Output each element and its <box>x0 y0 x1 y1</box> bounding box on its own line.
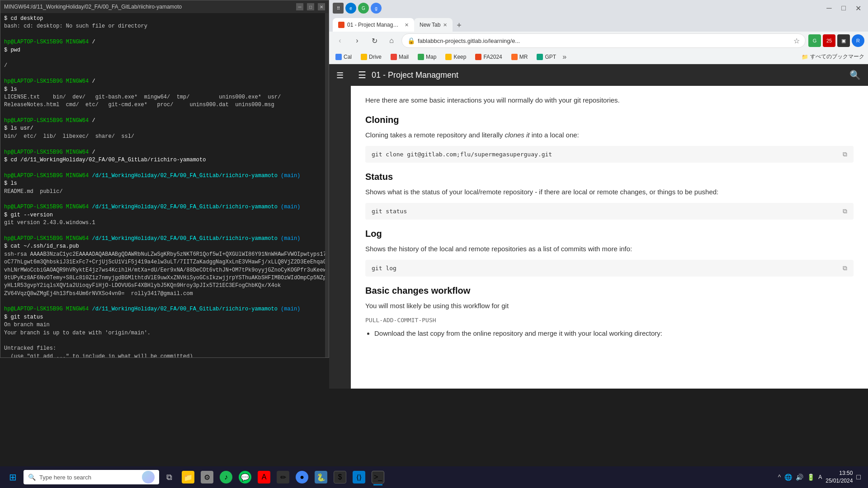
taskbar-acrobat[interactable]: A <box>255 468 273 486</box>
chrome-taskbar-icon: ● <box>296 471 308 483</box>
bookmark-fa-label: FA2024 <box>483 54 502 60</box>
tray-time-text: 13:50 <box>826 469 853 477</box>
bookmark-keep[interactable]: Keep <box>443 53 469 61</box>
reload-button[interactable]: ↻ <box>367 33 382 48</box>
tab-bar: 01 - Project Managment ✕ New Tab ✕ + <box>329 16 868 32</box>
terminal-scrollbar[interactable] <box>325 13 329 357</box>
home-button[interactable]: ⌂ <box>384 33 399 48</box>
tray-caret-icon[interactable]: ^ <box>778 474 781 481</box>
bookmark-mail[interactable]: Mail <box>388 53 411 61</box>
taskbar-search-box[interactable]: 🔍 Type here to search <box>24 470 159 484</box>
menu-icon[interactable]: ☰ <box>358 70 366 80</box>
cloning-code: git clone git@gitlab.com;flu/supermegasu… <box>372 151 552 158</box>
bookmark-mr-label: MR <box>519 54 528 60</box>
chrome-icon[interactable]: G <box>358 3 369 14</box>
bookmark-fa2024[interactable]: FA2024 <box>472 53 505 61</box>
tab-active[interactable]: 01 - Project Managment ✕ <box>333 18 414 32</box>
workflow-list: Download the last copy from the online r… <box>365 327 854 339</box>
bookmark-map-label: Map <box>426 54 436 60</box>
browser-close[interactable]: ✕ <box>852 2 864 14</box>
terminal-titlebar: MINGW64:/d/11_WorkingHoliday/02_FA/00_FA… <box>0 0 329 13</box>
bookmark-drive[interactable]: Drive <box>358 53 384 61</box>
acrobat-icon: A <box>258 471 270 483</box>
windows-logo-icon: ⊞ <box>9 472 17 483</box>
status-copy-button[interactable]: ⧉ <box>843 207 847 215</box>
bookmark-gpt[interactable]: GPT <box>534 53 559 61</box>
tab-close-button[interactable]: ✕ <box>405 22 409 28</box>
tray-battery-icon[interactable]: 🔋 <box>807 474 815 481</box>
url-text: fablabbcn-projects.gitlab.io/learning/e.… <box>418 38 791 44</box>
edge-icon[interactable]: e <box>345 3 356 14</box>
terminal-title: MINGW64:/d/11_WorkingHoliday/02_FA/00_FA… <box>4 4 292 10</box>
bookmark-cal-label: Cal <box>344 54 352 60</box>
tray-clock[interactable]: 13:50 25/01/2024 <box>826 469 853 485</box>
drive-icon <box>361 54 367 60</box>
bookmark-star-icon[interactable]: ☆ <box>793 37 800 45</box>
vscode-icon: ⟨⟩ <box>353 471 365 483</box>
browser-content: ☰ ☰ 01 - Project Managment 🔍 Here there … <box>329 64 868 389</box>
terminal-body[interactable]: $ cd desktopbash: cd: desktop: No such f… <box>0 13 329 357</box>
section-status-heading: Status <box>365 172 854 182</box>
minimize-button[interactable]: ─ <box>296 3 303 10</box>
tab-new-close[interactable]: ✕ <box>443 22 447 28</box>
profile-icon[interactable]: R <box>852 34 864 47</box>
tray-language[interactable]: A <box>818 474 822 480</box>
back-button[interactable]: ‹ <box>333 33 347 48</box>
url-bar[interactable]: 🔒 fablabbcn-projects.gitlab.io/learning/… <box>401 33 806 48</box>
hamburger-sidebar-icon[interactable]: ☰ <box>334 68 346 83</box>
terminal-window: MINGW64:/d/11_WorkingHoliday/02_FA/00_FA… <box>0 0 329 358</box>
page-body[interactable]: Here there are some basic interactions y… <box>351 86 868 389</box>
taskbar-line[interactable]: 💬 <box>236 468 254 486</box>
browser-minimize[interactable]: ─ <box>823 2 835 14</box>
forward-button[interactable]: › <box>350 33 364 48</box>
taskbar-wacom[interactable]: ✏ <box>274 468 292 486</box>
python-icon: 🐍 <box>315 471 327 483</box>
log-code: git log <box>372 265 396 272</box>
tab-new[interactable]: New Tab ✕ <box>414 18 453 32</box>
google-icon[interactable]: g <box>371 3 382 14</box>
folder-label: すべてのブックマーク <box>810 53 864 61</box>
spotify-icon: ♪ <box>220 471 232 483</box>
bookmark-map[interactable]: Map <box>415 53 439 61</box>
ext2-icon[interactable]: 25 <box>823 34 835 47</box>
bookmarks-more[interactable]: » <box>562 53 566 61</box>
tab-label: 01 - Project Managment <box>347 22 402 28</box>
tray-network-icon[interactable]: 🌐 <box>784 474 792 481</box>
cloning-copy-button[interactable]: ⧉ <box>843 150 847 158</box>
browser-restore[interactable]: □ <box>837 2 850 14</box>
taskbar-python[interactable]: 🐍 <box>312 468 330 486</box>
bookmarks-folder[interactable]: 📁 すべてのブックマーク <box>802 53 864 61</box>
ext3-icon[interactable]: ▣ <box>837 34 850 47</box>
tray-notifications-icon[interactable]: □ <box>856 473 861 481</box>
bookmark-cal[interactable]: Cal <box>333 53 354 61</box>
maximize-button[interactable]: □ <box>307 3 314 10</box>
taskbar-git-bash[interactable]: >_ <box>369 468 387 486</box>
bookmark-drive-label: Drive <box>369 54 382 60</box>
ext1-icon[interactable]: G <box>808 34 821 47</box>
taskbar-spotify[interactable]: ♪ <box>217 468 235 486</box>
start-button[interactable]: ⊞ <box>4 468 22 486</box>
task-view-button[interactable]: ⧉ <box>161 469 177 485</box>
tab-new-label: New Tab <box>420 22 440 28</box>
settings-icon: ⚙ <box>201 471 213 483</box>
close-button[interactable]: ✕ <box>318 3 325 10</box>
taskbar-settings[interactable]: ⚙ <box>198 468 216 486</box>
task-view-icon: ⧉ <box>166 473 172 482</box>
page-title: 01 - Project Managment <box>372 70 844 80</box>
new-tab-button[interactable]: + <box>453 19 465 32</box>
taskbar: ⊞ 🔍 Type here to search ⧉ 📁 ⚙ ♪ 💬 A ✏ ● <box>0 466 868 488</box>
log-copy-button[interactable]: ⧉ <box>843 264 847 272</box>
bookmark-mr[interactable]: MR <box>509 53 531 61</box>
terminal2-icon: $ <box>334 471 346 483</box>
section-cloning-heading: Cloning <box>365 115 854 125</box>
taskbar-terminal2[interactable]: $ <box>331 468 349 486</box>
cloning-code-block: git clone git@gitlab.com;flu/supermegasu… <box>365 146 854 163</box>
taskbar-vscode[interactable]: ⟨⟩ <box>350 468 368 486</box>
tray-volume-icon[interactable]: 🔊 <box>796 474 803 481</box>
fa-icon <box>475 54 481 60</box>
extensions-icon[interactable]: ⠿ <box>333 3 344 14</box>
tray-date-text: 25/01/2024 <box>826 477 853 485</box>
search-icon[interactable]: 🔍 <box>849 70 861 80</box>
taskbar-chrome[interactable]: ● <box>293 468 311 486</box>
taskbar-file-explorer[interactable]: 📁 <box>179 468 197 486</box>
